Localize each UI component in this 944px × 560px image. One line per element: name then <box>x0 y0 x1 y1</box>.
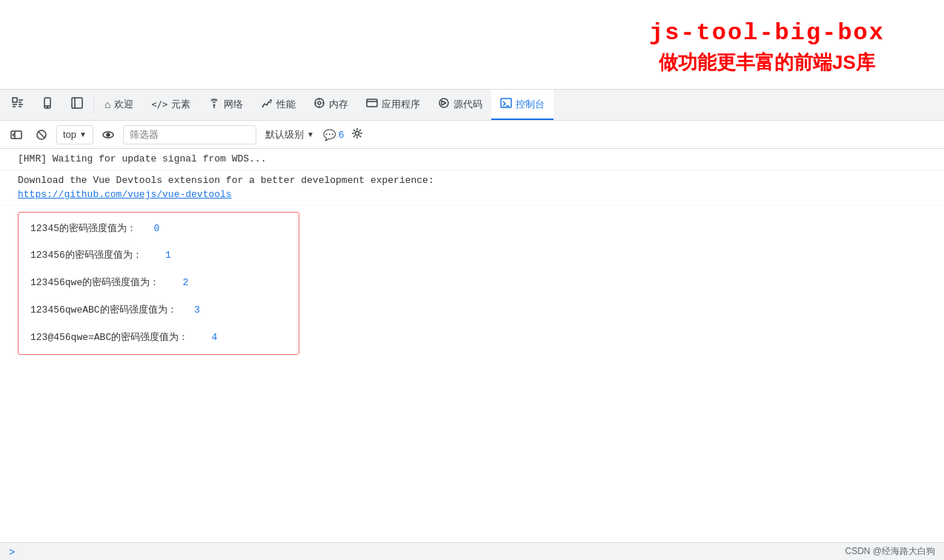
tab-elements-label: 元素 <box>171 98 190 111</box>
tab-welcome-label: 欢迎 <box>114 98 133 111</box>
tab-network-label: 网络 <box>224 98 243 111</box>
svg-line-19 <box>442 103 446 105</box>
banner-subtitle: 做功能更丰富的前端JS库 <box>649 50 885 76</box>
level-chevron-icon: ▼ <box>307 130 314 139</box>
hmr-message: [HMR] Waiting for update signal from WDS… <box>18 153 266 164</box>
performance-icon <box>261 97 273 111</box>
bottom-bar: > CSDN @经海路大白狗 <box>0 542 944 560</box>
pw-entry-4: 123@456qwe=ABC的密码强度值为： 4 <box>19 324 299 352</box>
console-output: [HMR] Waiting for update signal from WDS… <box>0 149 944 542</box>
svg-point-6 <box>213 104 216 107</box>
svg-point-16 <box>439 99 448 107</box>
device-toggle-btn[interactable] <box>33 90 62 120</box>
pw-label-2: 123456qwe的密码强度值为： <box>30 277 159 288</box>
devtools-message: Download the Vue Devtools extension for … <box>18 175 434 186</box>
console-settings-btn[interactable] <box>348 126 366 144</box>
pw-entry-1: 123456的密码强度值为： 1 <box>19 242 299 270</box>
console-prompt[interactable]: > <box>9 546 15 558</box>
memory-icon <box>313 97 325 111</box>
tab-elements[interactable]: </> 元素 <box>142 90 199 120</box>
application-icon <box>366 97 378 111</box>
svg-rect-14 <box>367 99 377 107</box>
tab-console-label: 控制台 <box>516 98 545 111</box>
pw-label-4: 123@456qwe=ABC的密码强度值为： <box>30 332 188 343</box>
pw-value-3: 3 <box>194 304 200 316</box>
tab-memory[interactable]: 内存 <box>305 90 357 120</box>
message-count-value: 6 <box>339 129 344 140</box>
console-icon <box>500 97 512 111</box>
pw-entry-2: 123456qwe的密码强度值为： 2 <box>19 270 299 297</box>
elements-icon: </> <box>151 99 167 110</box>
password-strength-box: 12345的密码强度值为： 0 123456的密码强度值为： 1 123456q… <box>18 212 299 356</box>
layout-icon <box>71 97 83 111</box>
console-toolbar: top ▼ 默认级别 ▼ 💬 6 <box>0 121 944 149</box>
devtools-panel: ⌂ 欢迎 </> 元素 网络 <box>0 89 944 560</box>
svg-line-27 <box>39 132 44 138</box>
tab-console[interactable]: 控制台 <box>491 90 554 120</box>
pw-label-1: 123456的密码强度值为： <box>30 250 142 261</box>
svg-line-25 <box>13 135 14 136</box>
log-level-selector[interactable]: 默认级别 ▼ <box>261 127 319 143</box>
banner-title: js-tool-big-box <box>649 19 885 47</box>
svg-point-30 <box>356 131 359 135</box>
sources-icon <box>438 97 450 111</box>
pw-label-0: 12345的密码强度值为： <box>30 223 136 234</box>
network-icon <box>208 97 220 111</box>
tab-network[interactable]: 网络 <box>199 90 252 120</box>
svg-point-29 <box>107 133 110 136</box>
svg-point-3 <box>47 107 48 107</box>
pw-value-1: 1 <box>165 250 171 261</box>
layout-btn[interactable] <box>62 90 92 120</box>
tab-performance[interactable]: 性能 <box>252 90 305 120</box>
banner-text: js-tool-big-box 做功能更丰富的前端JS库 <box>649 19 885 76</box>
chat-bubble-icon: 💬 <box>323 129 336 141</box>
chevron-down-icon: ▼ <box>79 130 87 139</box>
console-line-devtools: Download the Vue Devtools extension for … <box>0 170 944 206</box>
home-icon: ⌂ <box>104 99 110 110</box>
tab-application[interactable]: 应用程序 <box>357 90 429 120</box>
pw-value-4: 4 <box>211 332 217 343</box>
top-banner: js-tool-big-box 做功能更丰富的前端JS库 <box>0 0 944 89</box>
pw-value-2: 2 <box>182 277 188 288</box>
tab-divider <box>93 96 94 114</box>
credit-text: CSDN @经海路大白狗 <box>845 545 935 558</box>
tab-welcome[interactable]: ⌂ 欢迎 <box>96 90 142 120</box>
tab-sources[interactable]: 源代码 <box>429 90 491 120</box>
devtools-link[interactable]: https://github.com/vuejs/vue-devtools <box>18 189 232 200</box>
inspect-icon <box>12 97 24 111</box>
pw-entry-0: 12345的密码强度值为： 0 <box>19 216 299 243</box>
svg-line-18 <box>442 101 446 103</box>
log-level-label: 默认级别 <box>265 128 304 141</box>
tab-performance-label: 性能 <box>276 98 296 111</box>
svg-line-24 <box>13 133 14 135</box>
live-expression-btn[interactable] <box>98 124 119 145</box>
svg-rect-0 <box>13 98 17 102</box>
tab-application-label: 应用程序 <box>382 98 420 111</box>
tab-memory-label: 内存 <box>329 98 348 111</box>
svg-point-9 <box>318 101 321 104</box>
pw-entry-3: 123456qweABC的密码强度值为： 3 <box>19 297 299 324</box>
pw-label-3: 123456qweABC的密码强度值为： <box>30 304 177 316</box>
context-selector[interactable]: top ▼ <box>56 125 93 144</box>
dock-btn[interactable] <box>6 124 27 145</box>
tab-sources-label: 源代码 <box>453 98 482 111</box>
pw-value-0: 0 <box>153 223 159 234</box>
console-line-hmr: [HMR] Waiting for update signal from WDS… <box>0 149 944 170</box>
tab-bar: ⌂ 欢迎 </> 元素 网络 <box>0 90 944 121</box>
inspect-icon-btn[interactable] <box>3 90 33 120</box>
message-count[interactable]: 💬 6 <box>323 129 344 141</box>
clear-btn[interactable] <box>31 124 52 145</box>
filter-input[interactable] <box>123 125 256 144</box>
svg-rect-4 <box>72 98 82 108</box>
device-icon <box>41 97 53 111</box>
context-label: top <box>63 129 76 140</box>
